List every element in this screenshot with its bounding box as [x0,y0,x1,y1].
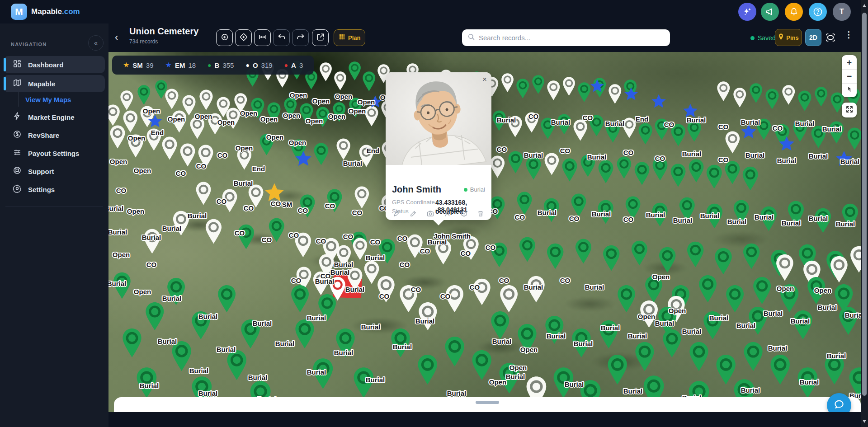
redo-button[interactable] [292,29,309,46]
blue-star-marker[interactable] [651,93,667,109]
compass-button[interactable] [842,83,857,97]
search-input[interactable] [479,34,665,42]
edit-button[interactable] [410,208,417,219]
cube-button[interactable] [460,208,468,219]
sidebar-item-market-engine[interactable]: Market Engine [4,108,105,126]
top-bar: M Mapable.com T [0,0,868,23]
sidebar-item-label: Payout Settings [28,150,79,157]
circle-icon: ● [245,62,249,68]
compass-icon [845,85,854,96]
export-button[interactable] [312,29,329,46]
blue-star-marker[interactable] [623,86,639,102]
sidebar-item-label: Mapable [28,80,55,88]
notifications-button[interactable] [785,3,803,21]
blue-star-marker[interactable] [835,150,853,168]
sidebar-item-revshare[interactable]: RevShare [4,127,105,144]
measure-button[interactable] [254,29,271,46]
sidebar-item-label: Dashboard [28,61,63,69]
megaphone-icon [765,7,775,17]
legend-code: EM [175,61,185,69]
sheet-drag-handle[interactable] [476,401,499,404]
logo-mark: M [11,4,27,20]
expand-icon [845,105,854,115]
record-category: Burial [464,186,485,193]
subnav-line [18,92,19,107]
saved-status: Saved [750,34,776,42]
legend-code: B [215,61,220,69]
map-zoom-controls: + − [842,55,857,97]
help-button[interactable] [809,3,827,21]
legend-item-em: ★EM18 [165,61,196,69]
sidebar-item-label: Market Engine [28,113,75,121]
lifebuoy-icon [13,166,22,177]
screen-capture-icon [825,37,836,44]
marker-pen-button[interactable] [393,208,401,219]
category-dot [464,188,467,192]
camera-button[interactable] [426,208,434,219]
legend-count: 39 [146,61,154,69]
legend-code: A [291,61,296,69]
sparkles-button[interactable] [738,3,756,21]
circle-icon: ● [208,62,211,68]
active-accent [4,58,6,71]
announcements-button[interactable] [761,3,779,21]
pin-icon [778,33,784,42]
bell-icon [789,7,799,17]
zoom-in-button[interactable]: + [842,55,857,69]
measure-icon [258,33,267,43]
blue-star-marker[interactable] [294,150,312,168]
back-button[interactable]: ‹ [115,32,118,43]
legend-item-b: ●B355 [208,61,234,69]
sidebar-collapse-button[interactable]: « [88,35,104,51]
screen-capture-button[interactable] [825,32,836,45]
dollar-icon [13,130,22,141]
sidebar-item-label: Settings [28,186,55,193]
page-scrollbar[interactable] [861,0,868,427]
records-count: 734 records [129,38,158,45]
blue-star-marker[interactable] [740,123,757,140]
legend-code: O [253,61,258,69]
overflow-menu-button[interactable]: ⋮ [844,29,853,40]
sidebar-item-support[interactable]: Support [4,163,105,180]
blue-star-marker[interactable] [368,94,382,109]
nav-section-label: NAVIGATION [11,42,47,47]
compass-tool-button[interactable] [443,208,451,219]
legend-count: 3 [299,61,303,69]
sidebar-item-view-my-maps[interactable]: View My Maps [25,96,71,103]
undo-button[interactable] [273,29,290,46]
add-location-icon [220,33,229,43]
blue-star-marker[interactable] [147,113,163,129]
sidebar-item-payout-settings[interactable]: Payout Settings [4,145,105,162]
blue-star-marker[interactable] [778,135,795,152]
move-diamond-icon [239,33,248,43]
legend-item-sm: ★SM39 [123,61,154,69]
scrollbar-thumb[interactable] [862,13,867,396]
plan-button[interactable]: Plan [334,29,365,46]
2d-mode-button[interactable]: 2D [805,29,821,46]
logo[interactable]: M Mapable.com [11,4,80,20]
sidebar-item-mapable[interactable]: Mapable [4,75,105,92]
export-icon [316,33,325,43]
search-icon [467,33,475,42]
add-location-button[interactable] [216,29,233,46]
yellow-star-marker[interactable] [264,182,285,203]
sidebar-item-settings[interactable]: Settings [4,181,105,198]
sidebar-item-dashboard[interactable]: Dashboard [4,56,105,73]
close-icon[interactable]: × [482,75,487,84]
user-avatar[interactable]: T [833,3,851,21]
zoom-out-button[interactable]: − [842,69,857,83]
map-canvas[interactable]: OpenOpenOpenOpenOpenOpenOpenOpenOpenOpen… [108,52,861,412]
trash-button[interactable] [477,208,484,219]
map-fullscreen-button[interactable] [842,103,857,117]
blue-star-marker[interactable] [682,103,698,119]
active-accent [4,77,6,90]
record-name: John Smith [392,184,441,195]
scroll-up-arrow[interactable] [863,4,866,7]
blue-star-marker[interactable] [590,78,605,94]
search-bar [462,29,670,46]
move-pin-button[interactable] [235,29,252,46]
scroll-down-arrow[interactable] [863,420,866,423]
brand-tld: .com [62,7,80,16]
pins-toggle-button[interactable]: Pins [775,29,802,46]
redo-icon [296,33,305,43]
